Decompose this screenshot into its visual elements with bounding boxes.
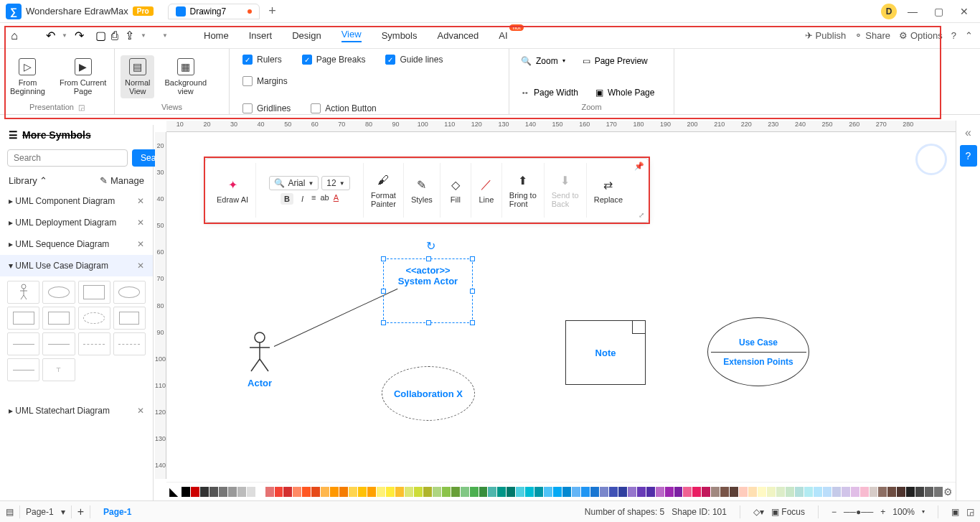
lib-statechart[interactable]: ▸ UML Statechart Diagram✕: [0, 400, 153, 421]
save-button[interactable]: ▢: [93, 29, 108, 43]
color-swatch[interactable]: [534, 487, 543, 497]
color-swatch[interactable]: [321, 487, 329, 497]
edraw-ai-button[interactable]: ✦Edraw AI: [209, 163, 256, 218]
lib-component[interactable]: ▸ UML Component Diagram✕: [0, 190, 153, 212]
menu-symbols[interactable]: Symbols: [382, 30, 418, 41]
add-tab-button[interactable]: +: [268, 4, 276, 19]
connector-line[interactable]: [274, 289, 398, 347]
pin-icon[interactable]: 📌: [634, 162, 644, 171]
shape-line5[interactable]: [7, 358, 39, 381]
bold-button[interactable]: B: [281, 193, 293, 205]
search-input[interactable]: [7, 149, 128, 167]
color-swatch[interactable]: [349, 487, 357, 497]
color-swatch[interactable]: [674, 487, 683, 497]
color-swatch[interactable]: [609, 487, 618, 497]
font-select[interactable]: 🔍 Arial ▼: [269, 176, 319, 190]
close-icon[interactable]: ✕: [137, 218, 144, 228]
page-breaks-checkbox[interactable]: ✓Page Breaks: [302, 55, 366, 65]
from-current-button[interactable]: ▶From Current Page: [55, 55, 110, 98]
share-button[interactable]: ⚬Share: [854, 30, 890, 41]
minimize-button[interactable]: —: [903, 1, 923, 22]
from-beginning-button[interactable]: ▷From Beginning: [6, 55, 50, 98]
layers-icon[interactable]: ◇▾: [753, 507, 764, 517]
presentation-launcher[interactable]: ◲: [78, 103, 85, 111]
fit-page-icon[interactable]: ▣: [951, 507, 959, 517]
color-swatch[interactable]: [507, 487, 515, 497]
focus-button[interactable]: ▣ Focus: [771, 507, 805, 517]
color-swatch[interactable]: [702, 487, 710, 497]
send-back-button[interactable]: ⬇Send to Back: [545, 163, 587, 218]
line-button[interactable]: ／Line: [471, 163, 502, 218]
manage-button[interactable]: ✎ Manage: [100, 175, 144, 186]
shape-line3[interactable]: [78, 332, 110, 355]
whole-page-button[interactable]: ▣Whole Page: [590, 85, 660, 101]
color-swatch[interactable]: [442, 487, 451, 497]
menu-view[interactable]: View: [341, 29, 362, 42]
collaboration-shape[interactable]: Collaboration X: [382, 366, 475, 421]
color-swatch[interactable]: [562, 487, 571, 497]
zoom-out[interactable]: −: [831, 507, 837, 517]
color-swatch[interactable]: [386, 487, 395, 497]
more-symbols[interactable]: ☰ More Symbols: [0, 125, 153, 145]
page-width-button[interactable]: ↔Page Width: [515, 85, 584, 101]
color-swatch[interactable]: [414, 487, 423, 497]
user-avatar[interactable]: D: [881, 4, 897, 19]
export-button[interactable]: ⇪: [122, 29, 136, 43]
close-icon[interactable]: ✕: [137, 406, 144, 416]
color-swatch[interactable]: [451, 487, 460, 497]
color-swatch[interactable]: [934, 487, 943, 497]
color-swatch[interactable]: [311, 487, 320, 497]
color-swatch[interactable]: [915, 487, 924, 497]
menu-ai[interactable]: AIhot: [499, 30, 507, 41]
color-swatch[interactable]: [730, 487, 738, 497]
shape-line4[interactable]: [113, 332, 146, 355]
shape-box[interactable]: [42, 307, 75, 330]
shape-line2[interactable]: [42, 332, 75, 355]
zoom-slider[interactable]: ──●──: [844, 507, 873, 517]
color-swatch[interactable]: [739, 487, 748, 497]
usecase-shape[interactable]: Use CaseExtension Points: [707, 317, 809, 386]
color-swatch[interactable]: [887, 487, 896, 497]
color-swatch[interactable]: [200, 487, 209, 497]
action-button-checkbox[interactable]: Action Button: [311, 103, 376, 113]
color-swatch[interactable]: [395, 487, 404, 497]
note-shape[interactable]: Note: [565, 320, 646, 385]
shape-collab[interactable]: [78, 307, 110, 330]
color-swatch[interactable]: [683, 487, 692, 497]
color-swatch[interactable]: [720, 487, 729, 497]
color-swatch[interactable]: [330, 487, 339, 497]
color-swatch[interactable]: [182, 487, 190, 497]
color-swatch[interactable]: [237, 487, 246, 497]
color-swatch[interactable]: [544, 487, 552, 497]
color-swatch[interactable]: [786, 487, 794, 497]
color-swatch[interactable]: [618, 487, 627, 497]
menu-advanced[interactable]: Advanced: [437, 30, 479, 41]
italic-button[interactable]: I: [298, 193, 307, 205]
outline-icon[interactable]: ▤: [6, 507, 14, 517]
color-swatch[interactable]: [497, 487, 506, 497]
shape-rect[interactable]: [7, 307, 39, 330]
maximize-button[interactable]: ▢: [928, 1, 948, 22]
color-swatch[interactable]: [377, 487, 385, 497]
shape-actor[interactable]: [7, 281, 39, 304]
color-swatch[interactable]: [925, 487, 933, 497]
color-swatch[interactable]: [804, 487, 813, 497]
color-swatch[interactable]: [897, 487, 905, 497]
add-page-button[interactable]: +: [77, 505, 84, 518]
zoom-in[interactable]: +: [880, 507, 885, 517]
page-preview-button[interactable]: ▭Page Preview: [577, 53, 654, 69]
color-swatch[interactable]: [776, 487, 785, 497]
color-swatch[interactable]: [516, 487, 524, 497]
shape-usecase[interactable]: [42, 281, 75, 304]
shape-note[interactable]: [113, 307, 146, 330]
actor-shape[interactable]: Actor: [245, 332, 274, 388]
color-swatch[interactable]: [758, 487, 766, 497]
color-swatch[interactable]: [433, 487, 441, 497]
expand-panel-icon[interactable]: «: [965, 126, 971, 139]
margins-checkbox[interactable]: Margins: [242, 76, 288, 86]
color-swatch[interactable]: [302, 487, 311, 497]
lib-sequence[interactable]: ▸ UML Sequence Diagram✕: [0, 233, 153, 255]
color-settings-icon[interactable]: ⚙: [943, 486, 953, 498]
styles-button[interactable]: ✎Styles: [404, 163, 440, 218]
font-color-button[interactable]: A: [334, 193, 339, 205]
